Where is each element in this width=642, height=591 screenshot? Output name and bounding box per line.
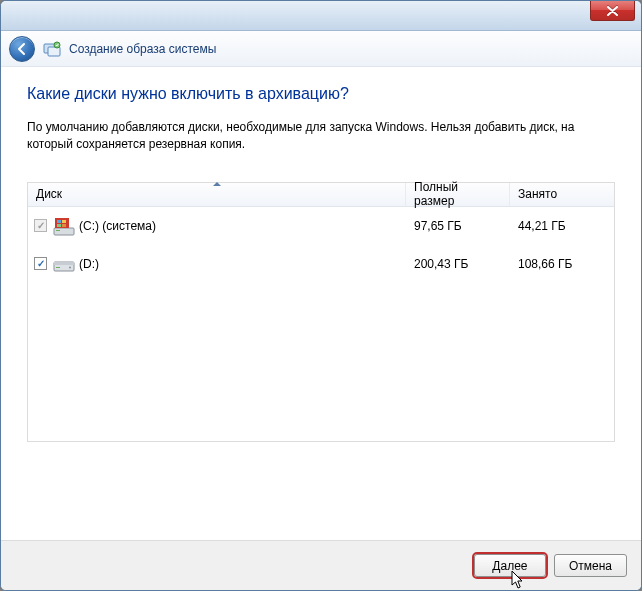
close-icon [607,6,618,16]
window-titlebar [1,1,641,31]
drives-table: Диск Полный размер Занято (C:) (система)… [27,182,615,442]
svg-rect-11 [54,262,74,265]
column-label: Полный размер [414,180,501,208]
drive-name: (D:) [79,257,99,271]
svg-rect-1 [48,47,60,56]
back-arrow-icon [15,42,29,56]
svg-point-13 [69,266,71,268]
svg-rect-4 [56,230,60,231]
system-image-icon [43,40,61,58]
svg-rect-12 [56,267,60,268]
system-drive-icon [53,216,73,236]
svg-rect-9 [62,224,66,227]
content-area: Какие диски нужно включить в архивацию? … [1,67,641,540]
header-bar: Создание образа системы [1,31,641,67]
section-description: По умолчанию добавляются диски, необходи… [27,119,587,154]
drive-icon [53,254,73,274]
column-header-disk[interactable]: Диск [28,183,406,206]
svg-rect-6 [57,220,61,223]
column-header-total[interactable]: Полный размер [406,183,510,206]
drive-checkbox [34,219,47,232]
section-title: Какие диски нужно включить в архивацию? [27,85,615,103]
cancel-button[interactable]: Отмена [554,554,627,577]
table-body: (C:) (система)97,65 ГБ44,21 ГБ(D:)200,43… [28,207,614,441]
header-title: Создание образа системы [69,42,216,56]
drive-name: (C:) (система) [79,219,156,233]
svg-rect-3 [54,228,74,235]
column-label: Занято [518,187,557,201]
svg-rect-7 [62,220,66,223]
drive-checkbox[interactable] [34,257,47,270]
cell-used-size: 44,21 ГБ [510,219,614,233]
next-button[interactable]: Далее [474,554,546,577]
cell-disk: (D:) [28,254,406,274]
table-row[interactable]: (C:) (система)97,65 ГБ44,21 ГБ [28,207,614,245]
table-header: Диск Полный размер Занято [28,183,614,207]
back-button[interactable] [9,36,35,62]
footer-bar: Далее Отмена [1,540,641,590]
close-button[interactable] [590,1,635,21]
column-header-used[interactable]: Занято [510,183,614,206]
wizard-window: Создание образа системы Какие диски нужн… [0,0,642,591]
cell-total-size: 97,65 ГБ [406,219,510,233]
button-label: Отмена [569,559,612,573]
column-label: Диск [36,187,62,201]
cell-total-size: 200,43 ГБ [406,257,510,271]
table-row[interactable]: (D:)200,43 ГБ108,66 ГБ [28,245,614,283]
cursor-icon [511,570,527,590]
cell-disk: (C:) (система) [28,216,406,236]
button-label: Далее [492,559,527,573]
svg-rect-8 [57,224,61,227]
cell-used-size: 108,66 ГБ [510,257,614,271]
sort-ascending-icon [213,182,221,186]
